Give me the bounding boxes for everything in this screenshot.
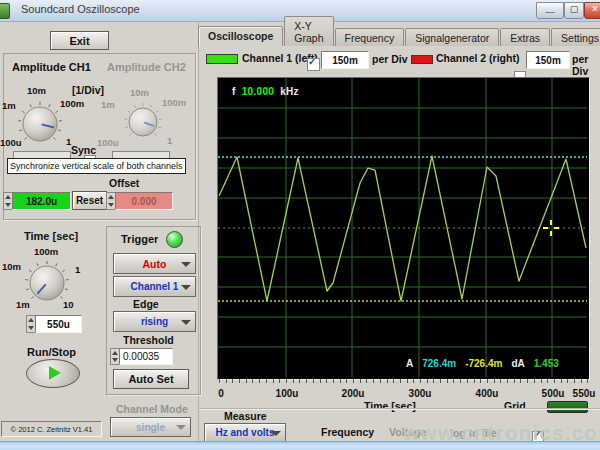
time-title: Time [sec]	[24, 230, 78, 242]
waveform-plot[interactable]	[218, 78, 587, 377]
channel-mode-label: Channel Mode	[116, 403, 188, 415]
voltage-checkbox-label: Voltage	[389, 426, 426, 438]
log-checkbox-label: log to file	[450, 427, 497, 439]
amplitude-ch1-knob[interactable]	[17, 101, 63, 147]
knob-scale-label: 10m	[27, 85, 46, 96]
channel2-scale-field[interactable]: 150m	[526, 51, 570, 69]
channel1-scale-field[interactable]: 150m	[321, 51, 369, 69]
chevron-down-icon	[181, 285, 191, 290]
x-tick-label: 200u	[342, 388, 365, 399]
x-tick-label: 0	[218, 388, 224, 399]
channel1-checkbox[interactable]	[307, 58, 320, 71]
channel-mode-dropdown[interactable]: single	[110, 417, 191, 437]
x-tick-label: 300u	[409, 388, 432, 399]
chevron-down-icon	[176, 425, 186, 430]
knob-scale-label: 1	[66, 136, 71, 147]
tab-oscilloscope[interactable]: Oscilloscope	[198, 26, 283, 46]
tab-settings[interactable]: Settings	[551, 28, 600, 46]
x-axis-minor-ticks	[219, 379, 588, 383]
measure-title: Measure	[224, 410, 267, 422]
tab-bar: OscilloscopeX-Y GraphFrequencySignalgene…	[198, 27, 600, 46]
chevron-down-icon	[181, 320, 191, 325]
time-value-field[interactable]: 550u	[35, 315, 82, 333]
knob-scale-label: 1m	[2, 100, 16, 111]
chevron-down-icon	[271, 431, 281, 436]
channel1-color-swatch	[206, 54, 238, 64]
knob-scale-label: 100m	[34, 246, 58, 257]
channel2-label: Channel 2 (right)	[436, 52, 519, 64]
knob-scale-label: 1m	[16, 299, 30, 310]
offset-ch2-field[interactable]: 0.000	[115, 192, 173, 210]
maximize-button[interactable]: ▢	[564, 2, 584, 19]
amplitude-ch1-title: Amplitude CH1	[12, 61, 91, 73]
knob-scale-label: 10m	[130, 87, 149, 98]
knob-scale-label: 100m	[162, 97, 186, 108]
sync-tooltip: Synchronize vertical scale of both chann…	[7, 158, 186, 174]
frequency-checkbox-label: Frequency	[321, 426, 374, 438]
exit-button[interactable]: Exit	[50, 31, 109, 50]
delta-amplitude-value: 1.453	[534, 358, 559, 369]
tab-x-y-graph[interactable]: X-Y Graph	[284, 16, 333, 46]
grid-label: Grid	[504, 400, 526, 412]
oscilloscope-display[interactable]: f 10.000 kHz A 726.4m -726.4m dA 1.453	[217, 77, 590, 380]
max-amplitude-value: 726.4m	[422, 358, 456, 369]
amplitude-unit-label: [1/Div]	[72, 84, 104, 96]
grid-color-swatch[interactable]	[547, 401, 588, 413]
channel2-perdiv-label: per Div	[572, 53, 600, 77]
window-title: Soundcard Oszilloscope	[21, 3, 140, 15]
close-button[interactable]: ✕	[584, 2, 600, 19]
auto-set-button[interactable]: Auto Set	[113, 369, 189, 389]
copyright-text: © 2012 C. Zeitnitz V1.41	[1, 421, 102, 437]
play-icon	[49, 366, 61, 380]
x-tick-label: 550u	[573, 388, 596, 399]
app-icon	[0, 3, 10, 19]
measure-mode-dropdown[interactable]: Hz and volts	[204, 423, 286, 442]
tab-signalgenerator[interactable]: Signalgenerator	[405, 28, 499, 46]
tab-frequency[interactable]: Frequency	[335, 28, 405, 46]
knob-scale-label: 10	[63, 299, 74, 310]
run-stop-label: Run/Stop	[27, 346, 76, 358]
frequency-value: 10.000	[242, 86, 274, 97]
knob-scale-label: 1	[75, 264, 80, 275]
knob-scale-label: 100m	[60, 98, 84, 109]
knob-scale-label: 1	[167, 135, 172, 146]
trigger-mode-dropdown[interactable]: Auto	[113, 253, 196, 274]
knob-scale-label: 10m	[2, 261, 21, 272]
knob-scale-label: 100u	[97, 137, 119, 148]
tab-extras[interactable]: Extras	[500, 28, 550, 46]
amplitude-ch2-knob[interactable]	[123, 102, 163, 142]
x-tick-label: 100u	[276, 388, 299, 399]
amplitude-ch2-title: Amplitude CH2	[107, 61, 186, 73]
trigger-led	[166, 231, 183, 248]
channel2-color-swatch	[411, 55, 433, 64]
minimize-button[interactable]: —	[536, 2, 564, 19]
threshold-field[interactable]: 0.00035	[119, 348, 173, 365]
x-axis-title: Time [sec]	[364, 400, 416, 412]
window-bottom-edge	[0, 441, 600, 450]
reset-button[interactable]: Reset	[72, 191, 107, 210]
threshold-label: Threshold	[123, 334, 174, 346]
channel1-perdiv-label: per Div	[372, 53, 408, 65]
trigger-title: Trigger	[121, 233, 158, 245]
measure-divider	[199, 408, 600, 409]
offset-ch1-field[interactable]: 182.0u	[12, 192, 71, 210]
knob-scale-label: 1m	[101, 99, 115, 110]
chevron-down-icon	[181, 262, 191, 267]
x-tick-label: 400u	[476, 388, 499, 399]
edge-label: Edge	[133, 298, 159, 310]
app-window: Soundcard Oszilloscope — ▢ ✕ Exit Amplit…	[0, 0, 600, 450]
frequency-readout: f 10.000 kHz	[232, 86, 299, 97]
edge-dropdown[interactable]: rising	[113, 311, 196, 332]
knob-scale-label: 100u	[0, 137, 22, 148]
min-amplitude-value: -726.4m	[465, 358, 502, 369]
offset-label: Offset	[109, 177, 139, 189]
trigger-source-dropdown[interactable]: Channel 1	[113, 276, 196, 297]
run-stop-button[interactable]	[26, 359, 80, 388]
x-tick-label: 500u	[542, 388, 565, 399]
amplitude-readout: A 726.4m -726.4m dA 1.453	[406, 358, 559, 369]
